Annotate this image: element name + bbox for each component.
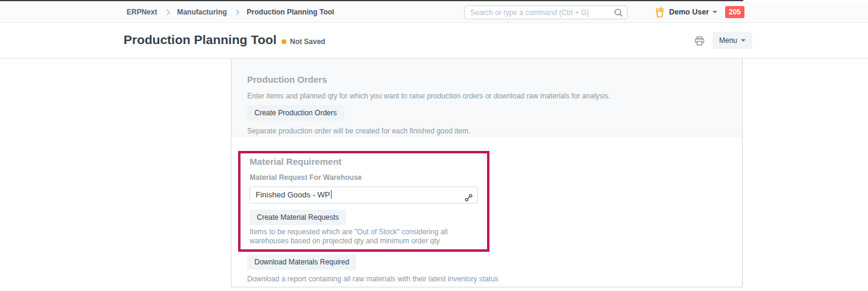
menu-button[interactable]: Menu: [712, 32, 752, 49]
breadcrumb-home[interactable]: ERPNext: [127, 8, 157, 16]
page-head: Production Planning Tool Not Saved Menu: [0, 23, 868, 59]
chevron-down-icon: [741, 39, 746, 42]
notification-count-badge[interactable]: 205: [725, 6, 744, 18]
warehouse-input[interactable]: Finished Goods - WP: [250, 187, 478, 203]
text-cursor: [331, 190, 332, 199]
search-icon: [614, 8, 623, 19]
user-avatar-drink-icon[interactable]: [653, 5, 666, 21]
chevron-right-icon: [164, 9, 170, 15]
form-body: Production Orders Enter items and planne…: [231, 59, 743, 287]
download-materials-note: Download a report containing all raw mat…: [247, 274, 726, 284]
status-text: Not Saved: [290, 37, 326, 46]
link-icon[interactable]: [465, 191, 473, 207]
production-orders-heading: Production Orders: [247, 74, 726, 85]
create-material-requests-button[interactable]: Create Material Requests: [250, 209, 346, 225]
download-materials-row: Download Materials Required Download a r…: [247, 254, 726, 284]
page-title: Production Planning Tool: [124, 33, 277, 47]
warehouse-field-label: Material Request For Warehouse: [250, 173, 478, 182]
material-requirement-highlight-box: Material Requirement Material Request Fo…: [238, 151, 489, 252]
status-dot-icon: [281, 39, 286, 44]
user-menu[interactable]: Demo User: [669, 1, 717, 23]
breadcrumb-module[interactable]: Manufacturing: [177, 8, 227, 16]
production-orders-description: Enter items and planned qty for which yo…: [247, 91, 726, 101]
material-requirement-heading: Material Requirement: [250, 156, 478, 167]
material-requirement-note: Items to be requested which are "Out of …: [250, 228, 479, 246]
production-orders-section: Production Orders Enter items and planne…: [231, 59, 742, 136]
status-indicator: Not Saved: [281, 37, 326, 46]
user-name: Demo User: [669, 8, 709, 16]
breadcrumb: ERPNext Manufacturing Production Plannin…: [127, 1, 334, 23]
material-requirement-section: Material Requirement Material Request Fo…: [231, 151, 742, 284]
chevron-down-icon: [712, 11, 717, 13]
chevron-right-icon: [234, 9, 240, 15]
search-input[interactable]: [465, 6, 627, 19]
production-orders-note: Separate production order will be create…: [247, 126, 726, 136]
download-materials-required-button[interactable]: Download Materials Required: [247, 254, 356, 270]
global-search: [464, 5, 627, 19]
breadcrumb-current-page[interactable]: Production Planning Tool: [247, 8, 334, 16]
menu-button-label: Menu: [719, 36, 737, 45]
create-production-orders-button[interactable]: Create Production Orders: [247, 105, 344, 121]
navbar: ERPNext Manufacturing Production Plannin…: [0, 1, 868, 23]
print-icon[interactable]: [693, 35, 706, 50]
warehouse-input-value: Finished Goods - WP: [256, 190, 330, 199]
